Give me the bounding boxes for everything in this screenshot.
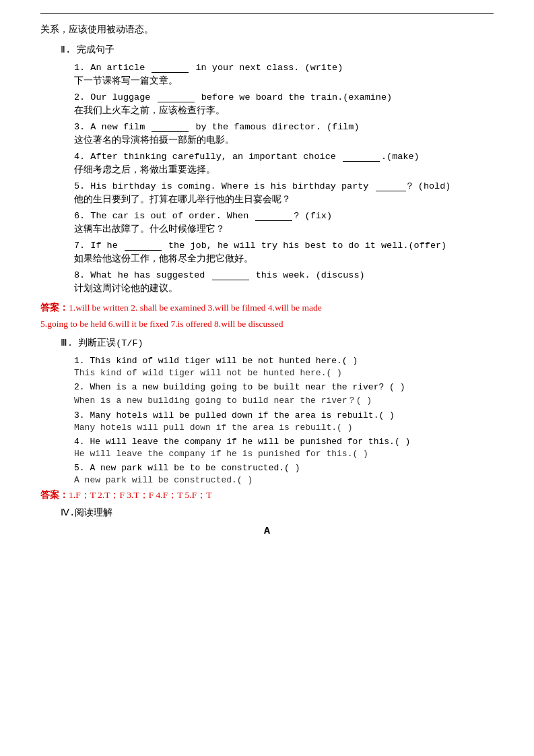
ex2-blank: [158, 102, 195, 102]
tf3-right: Many hotels will pull down if the area i…: [74, 422, 494, 433]
center-a-label: A: [40, 526, 494, 537]
ex3-rest: by the famous director. (film): [190, 122, 359, 132]
exercise-7-cn: 如果给他这份工作，他将尽全力把它做好。: [74, 253, 494, 265]
exercise-8-en: 8. What he has suggested this week. (dis…: [74, 270, 494, 280]
tf1-right: This kind of wild tiger will not be hunt…: [74, 368, 494, 378]
section2-header: Ⅱ. 完成句子: [61, 44, 494, 56]
page: 关系，应该使用被动语态。 Ⅱ. 完成句子 1. An article in yo…: [0, 0, 534, 756]
tf-item-3: 3. Many hotels will be pulled down if th…: [74, 410, 494, 433]
exercise-item-6: 6. The car is out of order. When ? (fix)…: [74, 211, 494, 235]
answer1-line1: 1.will be written 2. shall be examined 3…: [69, 303, 322, 313]
tf-item-1: 1. This kind of wild tiger will be not h…: [74, 356, 494, 378]
exercise-1-cn: 下一节课将写一篇文章。: [74, 75, 494, 87]
exercise-4-en: 4. After thinking carefully, an importan…: [74, 152, 494, 162]
exercise-6-cn: 这辆车出故障了。什么时候修理它？: [74, 223, 494, 235]
ex8-rest: this week. (discuss): [251, 270, 365, 280]
ex6-rest: ? (fix): [294, 211, 332, 221]
exercise-item-4: 4. After thinking carefully, an importan…: [74, 152, 494, 176]
exercise-8-cn: 计划这周讨论他的建议。: [74, 282, 494, 294]
answer1-line2: 5.going to be held 6.will it be fixed 7.…: [40, 316, 494, 332]
intro-text: 关系，应该使用被动语态。: [40, 24, 494, 36]
tf2-right: When is a new building going to build ne…: [74, 394, 494, 406]
top-border: [40, 13, 494, 14]
answer1-label: 答案：: [40, 303, 69, 313]
ex5-blank: [376, 191, 406, 191]
exercise-3-en: 3. A new film by the famous director. (f…: [74, 122, 494, 132]
ex5-rest: ? (hold): [407, 181, 451, 191]
ex2-number: 2. Our luggage: [74, 92, 156, 102]
answer2-label: 答案：: [40, 490, 69, 500]
exercise-3-cn: 这位著名的导演将拍摄一部新的电影。: [74, 134, 494, 146]
ex4-rest: .(make): [381, 152, 420, 162]
exercise-2-cn: 在我们上火车之前，应该检查行李。: [74, 104, 494, 117]
exercise-item-2: 2. Our luggage before we board the train…: [74, 92, 494, 117]
tf4-wrong: 4. He will leave the company if he will …: [74, 437, 494, 447]
tf5-wrong: 5. A new park will be to be constructed.…: [74, 463, 494, 473]
ex3-number: 3. A new film: [74, 122, 150, 132]
answer2-block: 答案：1.F；T 2.T；F 3.T；F 4.F；T 5.F；T: [40, 489, 494, 501]
answer1-block: 答案：1.will be written 2. shall be examine…: [40, 300, 494, 316]
ex8-blank: [212, 280, 249, 280]
ex6-blank: [255, 220, 292, 221]
ex2-rest: before we board the train.(examine): [196, 92, 393, 102]
section4-header: Ⅳ.阅读理解: [61, 507, 494, 519]
ex3-blank: [152, 131, 189, 132]
ex7-number: 7. If he: [74, 241, 123, 251]
exercise-6-en: 6. The car is out of order. When ? (fix): [74, 211, 494, 221]
ex1-blank: [152, 72, 189, 73]
exercise-item-8: 8. What he has suggested this week. (dis…: [74, 270, 494, 294]
exercise-item-3: 3. A new film by the famous director. (f…: [74, 122, 494, 146]
tf4-right: He will leave the company if he is punis…: [74, 449, 494, 459]
exercise-2-en: 2. Our luggage before we board the train…: [74, 92, 494, 102]
tf5-right: A new park will be constructed.( ): [74, 475, 494, 485]
ex4-blank: [343, 161, 380, 162]
ex1-number: 1. An article: [74, 63, 150, 73]
tf1-wrong: 1. This kind of wild tiger will be not h…: [74, 356, 494, 366]
tf-item-2: 2. When is a new building going to be bu…: [74, 382, 494, 406]
ex7-rest: the job, he will try his best to do it w…: [163, 241, 446, 251]
ex4-number: 4. After thinking carefully, an importan…: [74, 152, 341, 162]
ex1-rest: in your next class. (write): [190, 63, 343, 73]
exercise-item-7: 7. If he the job, he will try his best t…: [74, 241, 494, 265]
tf3-wrong: 3. Many hotels will be pulled down if th…: [74, 410, 494, 420]
exercise-5-cn: 他的生日要到了。打算在哪儿举行他的生日宴会呢？: [74, 193, 494, 206]
exercise-4-cn: 仔细考虑之后，将做出重要选择。: [74, 164, 494, 176]
section3-header: Ⅲ. 判断正误(T/F): [61, 337, 494, 349]
tf2-wrong: 2. When is a new building going to be bu…: [74, 382, 494, 392]
ex7-blank: [125, 250, 162, 251]
exercise-1-en: 1. An article in your next class. (write…: [74, 63, 494, 73]
exercise-item-1: 1. An article in your next class. (write…: [74, 63, 494, 87]
ex5-number: 5. His birthday is coming. Where is his …: [74, 181, 374, 191]
tf-item-5: 5. A new park will be to be constructed.…: [74, 463, 494, 485]
exercise-7-en: 7. If he the job, he will try his best t…: [74, 241, 494, 251]
tf-item-4: 4. He will leave the company if he will …: [74, 437, 494, 459]
ex8-number: 8. What he has suggested: [74, 270, 211, 280]
answer2-text: 1.F；T 2.T；F 3.T；F 4.F；T 5.F；T: [69, 490, 211, 500]
ex6-number: 6. The car is out of order. When: [74, 211, 254, 221]
exercise-item-5: 5. His birthday is coming. Where is his …: [74, 181, 494, 206]
exercise-5-en: 5. His birthday is coming. Where is his …: [74, 181, 494, 191]
